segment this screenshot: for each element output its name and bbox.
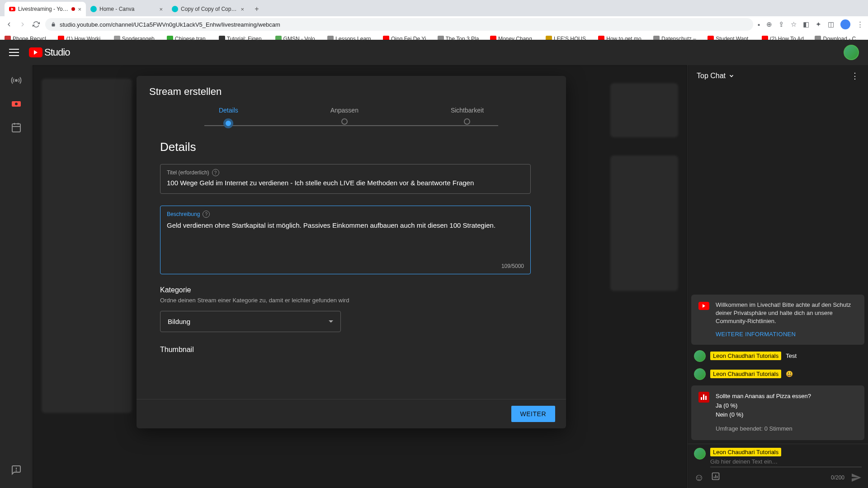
- rail-webcam-icon[interactable]: [4, 93, 29, 115]
- poll-option: Nein (0 %): [716, 410, 811, 420]
- chat-message: Leon Chaudhari Tutorials Test: [691, 349, 864, 363]
- svg-rect-9: [12, 124, 20, 132]
- chat-compose: Leon Chaudhari Tutorials ☺ 0/200: [688, 444, 868, 488]
- reload-button[interactable]: [32, 20, 41, 29]
- camera-indicator-icon[interactable]: ▪: [758, 21, 760, 28]
- lock-icon: [51, 22, 56, 27]
- category-heading: Kategorie: [160, 286, 542, 294]
- chat-menu-icon[interactable]: ⋮: [851, 71, 859, 81]
- extension-icon[interactable]: ◧: [803, 20, 809, 28]
- address-bar-actions: ▪ ⊕ ⇪ ☆ ◧ ✦ ◫ ⋮: [758, 19, 863, 29]
- close-tab-icon[interactable]: ×: [241, 6, 244, 13]
- forward-button[interactable]: [18, 20, 27, 29]
- chat-mode-selector[interactable]: Top Chat: [697, 72, 735, 80]
- account-avatar[interactable]: [844, 45, 859, 60]
- close-tab-icon[interactable]: ×: [78, 6, 81, 13]
- step-customize[interactable]: Anpassen: [330, 107, 359, 128]
- chat-welcome-notice: Willkommen im Livechat! Bitte achte auf …: [691, 295, 864, 345]
- description-label: Beschreibung: [167, 211, 200, 217]
- chat-header: Top Chat ⋮: [688, 65, 868, 87]
- emoji-icon[interactable]: ☺: [694, 472, 704, 483]
- create-stream-dialog: Stream erstellen Details Anpassen Sichtb…: [137, 76, 566, 428]
- youtube-icon: [698, 302, 709, 310]
- chat-messages[interactable]: Willkommen im Livechat! Bitte achte auf …: [688, 87, 868, 444]
- chat-text: Test: [786, 352, 797, 359]
- next-button[interactable]: WEITER: [511, 406, 555, 422]
- browser-tab-active[interactable]: Livestreaming - YouTube S ×: [5, 2, 86, 16]
- panel-icon[interactable]: ◫: [828, 20, 834, 28]
- dialog-title: Stream erstellen: [137, 76, 566, 104]
- chat-avatar[interactable]: [694, 350, 706, 362]
- chat-input[interactable]: [710, 458, 862, 467]
- title-input[interactable]: [167, 179, 524, 187]
- stepper: Details Anpassen Sichtbarkeit: [137, 104, 566, 128]
- star-icon[interactable]: ☆: [791, 20, 797, 28]
- menu-icon[interactable]: ⋮: [857, 20, 863, 28]
- rail-manage-icon[interactable]: [4, 117, 29, 138]
- hamburger-menu-icon[interactable]: [9, 47, 20, 58]
- close-tab-icon[interactable]: ×: [159, 6, 163, 13]
- help-icon[interactable]: ?: [203, 211, 210, 218]
- rail-feedback-icon[interactable]: [4, 459, 29, 481]
- poll-option: Ja (0 %): [716, 401, 811, 411]
- svg-point-2: [90, 6, 97, 12]
- puzzle-icon[interactable]: ✦: [816, 20, 821, 28]
- char-counter: 109/5000: [501, 263, 524, 269]
- browser-tab[interactable]: Copy of Copy of Copy of Cop ×: [167, 2, 249, 16]
- chevron-down-icon: [728, 73, 735, 79]
- browser-chrome: Livestreaming - YouTube S × Home - Canva…: [0, 0, 868, 40]
- poll-question: Sollte man Ananas auf Pizza essen?: [716, 392, 811, 401]
- profile-avatar[interactable]: [840, 19, 850, 29]
- main-area: Stream erstellen Details Anpassen Sichtb…: [33, 65, 687, 488]
- category-value: Bildung: [168, 318, 190, 325]
- notice-link[interactable]: WEITERE INFORMATIONEN: [716, 330, 857, 338]
- description-field[interactable]: Beschreibung ? 109/5000: [160, 206, 531, 274]
- help-icon[interactable]: ?: [212, 169, 219, 176]
- youtube-studio-app: Studio: [0, 40, 868, 488]
- notice-text: Willkommen im Livechat! Bitte achte auf …: [716, 301, 857, 326]
- rail-stream-icon[interactable]: [4, 70, 29, 91]
- send-icon[interactable]: [851, 472, 862, 483]
- compose-avatar[interactable]: [694, 448, 706, 460]
- url-text: studio.youtube.com/channel/UC1a5FWVn0gUk…: [60, 21, 280, 28]
- description-input[interactable]: [167, 221, 524, 266]
- category-select[interactable]: Bildung: [160, 311, 341, 332]
- step-visibility[interactable]: Sichtbarkeit: [451, 107, 484, 128]
- category-subtext: Ordne deinen Stream einer Kategorie zu, …: [160, 297, 542, 304]
- chevron-down-icon: [329, 320, 333, 323]
- svg-point-8: [15, 103, 18, 105]
- back-button[interactable]: [5, 20, 14, 29]
- chat-text: 😃: [786, 371, 793, 377]
- svg-rect-4: [9, 49, 19, 50]
- dialog-body[interactable]: Details Titel (erforderlich) ? Beschreib…: [137, 128, 566, 399]
- section-heading: Details: [160, 140, 542, 154]
- tab-title: Home - Canva: [99, 6, 156, 12]
- chat-author-badge[interactable]: Leon Chaudhari Tutorials: [710, 352, 781, 360]
- url-field[interactable]: studio.youtube.com/channel/UC1a5FWVn0gUk…: [45, 18, 753, 31]
- left-rail: [0, 65, 33, 488]
- live-chat-panel: Top Chat ⋮ Willkommen im Livechat! Bitte…: [687, 65, 868, 488]
- app-header: Studio: [0, 40, 868, 65]
- chat-avatar[interactable]: [694, 368, 706, 380]
- svg-rect-5: [9, 52, 19, 53]
- chat-author-badge[interactable]: Leon Chaudhari Tutorials: [710, 370, 781, 378]
- share-icon[interactable]: ⇪: [778, 20, 784, 28]
- new-tab-button[interactable]: +: [250, 3, 263, 15]
- zoom-icon[interactable]: ⊕: [766, 20, 772, 28]
- svg-point-14: [16, 471, 17, 471]
- title-label: Titel (erforderlich): [167, 169, 209, 176]
- browser-tab[interactable]: Home - Canva ×: [86, 2, 167, 16]
- poll-ended-text: Umfrage beendet: 0 Stimmen: [716, 424, 811, 434]
- compose-counter: 0/200: [831, 474, 844, 481]
- compose-author-badge: Leon Chaudhari Tutorials: [710, 448, 781, 456]
- recording-indicator-icon: [71, 7, 75, 11]
- youtube-studio-logo[interactable]: Studio: [29, 47, 70, 58]
- poll-create-icon[interactable]: [711, 472, 720, 483]
- svg-point-3: [172, 6, 178, 12]
- tab-title: Copy of Copy of Copy of Cop: [181, 6, 238, 12]
- step-details[interactable]: Details: [219, 107, 238, 128]
- thumbnail-heading: Thumbnail: [160, 346, 542, 354]
- title-field[interactable]: Titel (erforderlich) ?: [160, 164, 531, 194]
- step-dot-icon: [464, 118, 470, 125]
- app-body: Stream erstellen Details Anpassen Sichtb…: [0, 65, 868, 488]
